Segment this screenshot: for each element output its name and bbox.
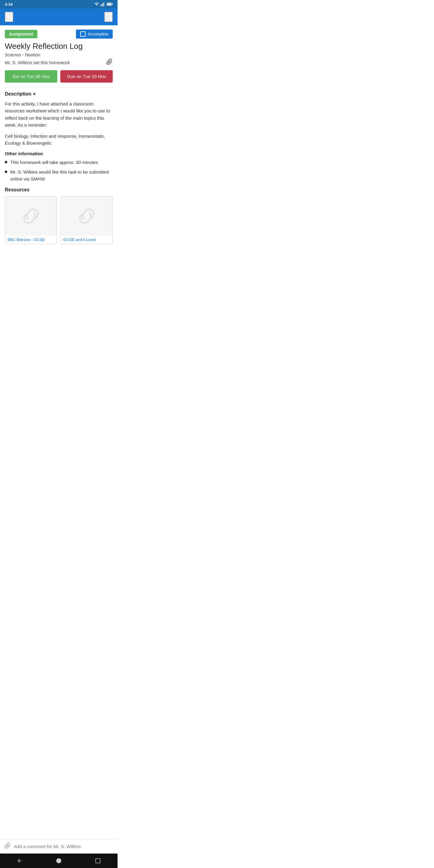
description-heading[interactable]: Description ▾ (5, 91, 113, 97)
list-item: Mr. S. Wilkins would like this task to b… (5, 169, 113, 182)
incomplete-button[interactable]: Incomplete (76, 30, 113, 38)
svg-rect-0 (101, 4, 101, 6)
status-bar: 4:34 (0, 0, 118, 8)
homework-title: Weekly Reflection Log (5, 41, 113, 51)
bullet-text-2: Mr. S. Wilkins would like this task to b… (10, 169, 113, 182)
attachment-icon (106, 59, 113, 67)
header-row: Assignment Incomplete (5, 30, 113, 38)
svg-rect-3 (104, 2, 105, 6)
description-text-2: Cell biology, Infection and response, Ho… (5, 133, 113, 147)
due-date-button[interactable]: Due on Tue 20 Nov (60, 70, 113, 83)
chevron-down-icon: ▾ (33, 92, 35, 96)
resource-label-1: BBC Bitesize - GCSE (5, 236, 57, 244)
description-heading-label: Description (5, 91, 31, 97)
checkbox-icon (80, 31, 86, 37)
share-button[interactable] (104, 12, 113, 22)
status-time: 4:34 (5, 2, 13, 7)
resources-heading: Resources (5, 187, 113, 193)
bullet-dot (5, 161, 7, 163)
other-info-heading: Other information (5, 151, 113, 156)
set-date-button[interactable]: Set on Tue 06 Nov (5, 70, 57, 83)
svg-rect-5 (107, 3, 111, 5)
svg-rect-2 (103, 3, 104, 6)
resource-thumbnail-1 (5, 196, 57, 236)
signal-icon (101, 2, 105, 6)
date-row: Set on Tue 06 Nov Due on Tue 20 Nov (5, 70, 113, 83)
resource-thumbnail-2 (61, 196, 113, 236)
bullet-text-1: This homework will take approx. 30 minut… (10, 159, 98, 166)
main-content: Assignment Incomplete Weekly Reflection … (0, 25, 118, 276)
teacher-text: Mr. S. Wilkins set this homework (5, 60, 70, 65)
battery-icon (107, 2, 113, 6)
resource-card-2[interactable]: GCSE and A Level (61, 196, 113, 244)
teacher-row: Mr. S. Wilkins set this homework (5, 59, 113, 67)
resource-card-1[interactable]: BBC Bitesize - GCSE (5, 196, 57, 244)
homework-subject: Science - Newton (5, 52, 113, 57)
resource-label-2: GCSE and A Level (61, 236, 113, 244)
wifi-icon (94, 2, 99, 6)
back-button[interactable] (5, 12, 13, 22)
svg-rect-1 (102, 4, 102, 6)
top-nav-bar (0, 8, 118, 25)
svg-rect-6 (112, 4, 113, 5)
description-text-1: For this activity, I have attached a cla… (5, 100, 113, 128)
incomplete-label: Incomplete (88, 32, 108, 36)
resources-grid: BBC Bitesize - GCSE GCSE and A Level (5, 196, 113, 245)
status-icons (94, 2, 113, 6)
bullet-dot (5, 170, 7, 173)
list-item: This homework will take approx. 30 minut… (5, 159, 113, 166)
bullet-list: This homework will take approx. 30 minut… (5, 159, 113, 183)
assignment-badge: Assignment (5, 30, 37, 38)
